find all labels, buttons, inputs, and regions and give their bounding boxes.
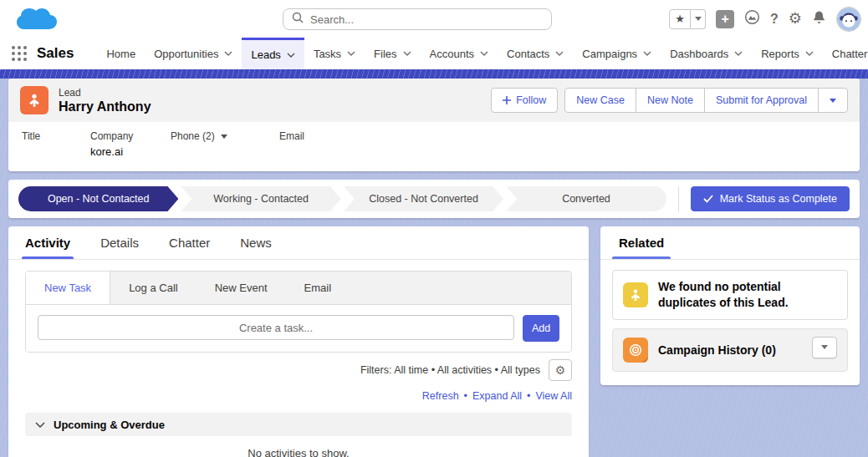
caret-down-icon <box>821 345 828 349</box>
nav-item-chatter[interactable]: Chatter <box>823 38 868 69</box>
nav-item-home[interactable]: Home <box>97 38 145 69</box>
star-icon: ★ <box>675 13 685 25</box>
filters-summary: Filters: All time • All activities • All… <box>360 364 540 376</box>
new-note-button[interactable]: New Note <box>636 88 705 113</box>
mark-status-complete-button[interactable]: Mark Status as Complete <box>691 186 850 211</box>
duplicates-message: We found no potential duplicates of this… <box>658 279 837 311</box>
guidance-center-button[interactable] <box>744 9 760 28</box>
field-phone: Phone (2) <box>171 130 261 158</box>
nav-item-leads[interactable]: Leads <box>242 38 304 69</box>
gear-icon: ⚙ <box>789 9 802 27</box>
composer-tab-email[interactable]: Email <box>286 272 350 304</box>
add-task-button[interactable]: Add <box>523 315 559 342</box>
chevron-down-icon <box>224 51 232 56</box>
bullet-separator: • <box>527 390 530 402</box>
global-header: ★ + ? ⚙ <box>0 0 868 38</box>
new-case-button[interactable]: New Case <box>564 88 636 113</box>
plus-icon <box>503 96 511 104</box>
caret-down-icon <box>695 17 702 21</box>
activity-composer: New Task Log a Call New Event Email Add <box>25 271 572 353</box>
favorites-caret-button[interactable] <box>691 9 706 29</box>
follow-button[interactable]: Follow <box>491 88 558 113</box>
nav-item-opportunities[interactable]: Opportunities <box>145 38 242 69</box>
tab-chatter[interactable]: Chatter <box>169 226 210 259</box>
tab-details[interactable]: Details <box>100 226 139 259</box>
nav-item-contacts[interactable]: Contacts <box>498 38 573 69</box>
composer-tab-log-a-call[interactable]: Log a Call <box>110 272 197 304</box>
duplicate-icon <box>623 282 648 307</box>
empty-title: No activities to show. <box>8 447 589 457</box>
salesforce-logo-icon <box>17 8 57 31</box>
refresh-link[interactable]: Refresh <box>422 390 459 402</box>
trailhead-icon <box>744 9 760 25</box>
path-stage-working[interactable]: Working - Contacted <box>181 186 340 211</box>
favorites-star-button[interactable]: ★ <box>669 9 691 29</box>
activity-filters-button[interactable]: ⚙ <box>549 359 572 381</box>
app-navbar: Sales Home Opportunities Leads Tasks Fil… <box>0 38 868 69</box>
path-stage-open[interactable]: Open - Not Contacted <box>18 186 178 211</box>
astro-avatar-icon <box>837 8 860 31</box>
record-title: Harry Anthony <box>59 99 151 114</box>
create-task-input[interactable] <box>38 315 514 340</box>
help-button[interactable]: ? <box>770 12 779 27</box>
chevron-down-icon <box>287 53 295 58</box>
lead-highlights-card: Lead Harry Anthony Follow New Case New N… <box>8 79 860 171</box>
nav-item-dashboards[interactable]: Dashboards <box>661 38 752 69</box>
chevron-down-icon <box>35 422 45 428</box>
caret-down-icon <box>221 135 227 139</box>
nav-item-accounts[interactable]: Accounts <box>421 38 498 69</box>
tab-news[interactable]: News <box>240 226 272 259</box>
view-all-link[interactable]: View All <box>535 390 572 402</box>
campaign-history-tile: Campaign History (0) <box>612 328 848 372</box>
more-actions-button[interactable] <box>818 88 848 113</box>
tab-related[interactable]: Related <box>614 226 669 259</box>
field-title: Title <box>22 130 90 158</box>
composer-tab-new-event[interactable]: New Event <box>197 272 286 304</box>
entity-label: Lead <box>59 87 151 99</box>
chevron-down-icon <box>480 51 488 56</box>
nav-item-campaigns[interactable]: Campaigns <box>573 38 661 69</box>
path-stage-closed[interactable]: Closed - Not Converted <box>344 186 503 211</box>
nav-item-files[interactable]: Files <box>365 38 420 69</box>
field-email: Email <box>279 130 304 158</box>
chevron-down-icon <box>555 51 564 56</box>
global-actions-button[interactable]: + <box>716 10 734 28</box>
nav-item-reports[interactable]: Reports <box>752 38 823 69</box>
lead-entity-icon <box>20 86 49 114</box>
tab-activity[interactable]: Activity <box>25 226 70 259</box>
user-avatar[interactable] <box>836 7 861 32</box>
search-input[interactable] <box>310 13 543 26</box>
sales-path: Open - Not Contacted Working - Contacted… <box>8 180 860 218</box>
theme-banner <box>0 69 868 79</box>
campaign-history-menu-button[interactable] <box>812 337 837 358</box>
global-search[interactable] <box>283 8 552 30</box>
notifications-button[interactable] <box>812 10 826 28</box>
expand-all-link[interactable]: Expand All <box>472 390 522 402</box>
bullet-separator: • <box>464 390 467 402</box>
favorites-group: ★ <box>669 9 706 29</box>
nav-item-tasks[interactable]: Tasks <box>304 38 365 69</box>
composer-tab-new-task[interactable]: New Task <box>26 272 110 304</box>
chevron-down-icon <box>347 51 355 56</box>
chevron-down-icon <box>805 51 814 56</box>
phone-dropdown[interactable]: Phone (2) <box>171 130 261 142</box>
gear-icon: ⚙ <box>555 364 566 376</box>
search-icon <box>292 12 304 27</box>
record-tabs-card: Activity Details Chatter News New Task L… <box>8 226 589 457</box>
submit-for-approval-button[interactable]: Submit for Approval <box>704 88 819 113</box>
related-card: Related We found no potential duplicates… <box>600 226 860 385</box>
upcoming-overdue-section[interactable]: Upcoming & Overdue <box>25 413 572 436</box>
app-launcher-icon[interactable] <box>12 46 27 61</box>
chevron-down-icon <box>403 51 411 56</box>
question-mark-icon: ? <box>770 12 779 26</box>
bell-icon <box>812 10 826 24</box>
setup-button[interactable]: ⚙ <box>789 11 802 27</box>
chevron-down-icon <box>643 51 651 56</box>
path-stage-converted[interactable]: Converted <box>506 186 666 211</box>
field-company: Company kore.ai <box>90 130 171 158</box>
caret-down-icon <box>830 99 836 103</box>
checkmark-icon <box>703 195 713 203</box>
page-content: Lead Harry Anthony Follow New Case New N… <box>0 79 868 457</box>
duplicates-tile: We found no potential duplicates of this… <box>612 270 848 320</box>
plus-icon: + <box>721 13 728 26</box>
